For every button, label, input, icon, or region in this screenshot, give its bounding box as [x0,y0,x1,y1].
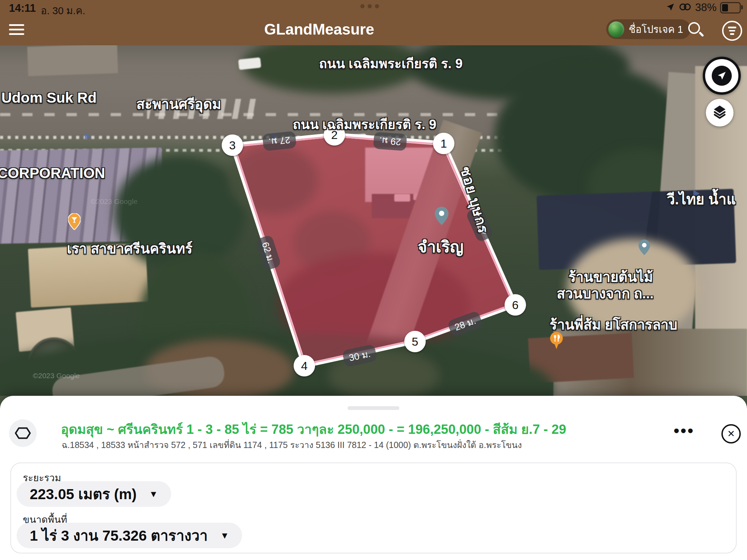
battery-percent: 38% [695,1,717,14]
vertex-marker-4[interactable]: 4 [294,355,315,376]
vertex-marker-6[interactable]: 6 [505,294,526,316]
map-watermark: ©2023 Google [91,197,138,206]
status-time: 14:11 [9,2,36,15]
search-button[interactable] [688,21,703,37]
place-pin-plant-shop[interactable] [638,240,650,256]
project-badge[interactable]: ชื่อโปรเจค 1 [606,19,691,39]
poi-pin-bar[interactable] [68,213,81,231]
sheet-drag-handle[interactable] [348,406,399,410]
traffic-arrow-icon [85,132,91,140]
plot-title: อุดมสุข ~ ศรีนครินทร์ 1 - 3 - 85 ไร่ = 7… [61,419,566,440]
status-icons: 38% [666,1,741,14]
road-label: ถนน เฉลิมพระเกียรติ ร. 9 [319,53,462,74]
total-distance-dropdown[interactable]: 223.05 เมตร (m) ▼ [17,481,171,507]
search-icon [688,22,700,34]
map-watermark: ©2023 Google [33,372,80,380]
navigation-arrow-icon [712,66,732,86]
close-button[interactable]: ✕ [721,424,741,444]
hotspot-icon [679,2,692,13]
chevron-down-icon: ▼ [220,530,229,541]
place-label: สวนบางจาก ถ... [557,282,654,305]
measurement-card: ระยะรวม 223.05 เมตร (m) ▼ ขนาดพื้นที่ 1 … [10,463,737,553]
project-badge-label: ชื่อโปรเจค 1 [629,21,683,37]
area-size-dropdown[interactable]: 1 ไร่ 3 งาน 75.326 ตารางวา ▼ [17,523,242,548]
more-options-button[interactable]: ••• [674,421,694,440]
area-size-value: 1 ไร่ 3 งาน 75.326 ตารางวา [30,524,208,547]
place-label: CORPORATION [0,165,105,181]
gland-measure-app: 14:11 อ. 30 ม.ค. 38% GLandMeasure ชื่อโป… [0,0,747,560]
place-label: ร้านพี่ส้ม ยโสการลาบ [550,314,677,336]
place-label: เรา สาขาศรีนครินทร์ [67,237,192,260]
multitask-dots-icon [360,4,379,8]
status-date: อ. 30 ม.ค. [41,3,85,19]
page-title: GLandMeasure [264,21,374,38]
road-label: ถนน เฉลิมพระเกียรติ ร. 9 [293,114,436,135]
land-plot-polygon[interactable] [0,45,747,396]
vertex-marker-3[interactable]: 3 [222,134,243,156]
battery-icon [720,2,741,13]
location-arrow-icon [666,2,675,13]
place-label: จำเริญ [418,234,463,259]
place-label: สะพานศรีอุดม [136,93,221,115]
edge-length-label: 27 ม. [262,131,296,151]
polygon-shape-icon [9,419,37,447]
vertex-marker-1[interactable]: 1 [433,133,454,154]
locate-me-button[interactable] [703,57,741,95]
vertex-marker-5[interactable]: 5 [404,331,426,352]
map-layers-button[interactable] [706,99,734,127]
bottom-sheet: อุดมสุข ~ ศรีนครินทร์ 1 - 3 - 85 ไร่ = 7… [0,396,747,560]
place-pin-jamroen[interactable] [435,207,449,226]
menu-icon[interactable] [9,24,25,37]
total-distance-value: 223.05 เมตร (m) [30,483,137,505]
map-view[interactable]: 27 ม. 29 ม. 62 ม. 47 ม. 30 ม. 28 ม. 1 2 … [0,45,747,396]
top-bar: 14:11 อ. 30 ม.ค. 38% GLandMeasure ชื่อโป… [0,0,747,45]
place-label: วี.ไทย น้ำแ [667,188,736,211]
chevron-down-icon: ▼ [149,489,158,500]
plot-deed-details: ฉ.18534 , 18533 หน้าสำรวจ 572 , 571 เลขท… [62,438,522,452]
project-avatar [608,21,624,37]
filter-menu-button[interactable] [722,21,742,41]
layers-icon [712,104,728,121]
road-label: Udom Suk Rd [1,90,96,106]
